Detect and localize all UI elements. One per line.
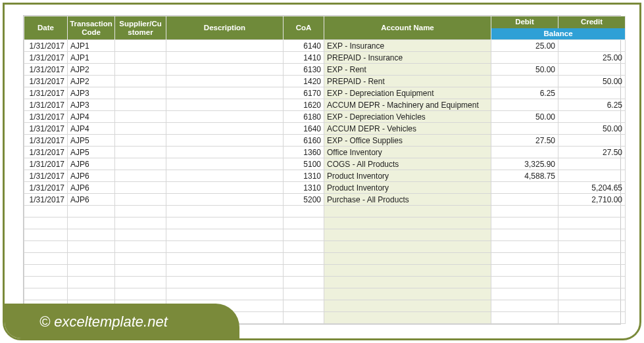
cell-account-name[interactable] bbox=[324, 265, 491, 277]
cell-account-name[interactable]: EXP - Depreciation Equipment bbox=[324, 87, 491, 99]
cell-credit[interactable] bbox=[558, 111, 626, 123]
cell-credit[interactable]: 6.25 bbox=[558, 99, 626, 111]
cell-account-name[interactable] bbox=[324, 217, 491, 229]
cell-description[interactable] bbox=[166, 182, 284, 194]
cell-debit[interactable]: 3,325.90 bbox=[491, 158, 558, 170]
cell-date[interactable]: 1/31/2017 bbox=[24, 40, 68, 52]
cell-transaction-code[interactable]: AJP6 bbox=[68, 170, 115, 182]
cell-transaction-code[interactable]: AJP6 bbox=[68, 194, 115, 206]
cell-date[interactable]: 1/31/2017 bbox=[24, 123, 68, 135]
cell-account-name[interactable] bbox=[324, 229, 491, 241]
cell-coa[interactable]: 1640 bbox=[284, 123, 324, 135]
cell-description[interactable] bbox=[166, 288, 284, 300]
cell-coa[interactable]: 5100 bbox=[284, 158, 324, 170]
cell-coa[interactable]: 1620 bbox=[284, 99, 324, 111]
cell-account-name[interactable]: COGS - All Products bbox=[324, 158, 491, 170]
cell-debit[interactable] bbox=[491, 312, 558, 324]
cell-account-name[interactable] bbox=[324, 253, 491, 265]
header-transaction-code[interactable]: Transaction Code bbox=[68, 16, 115, 40]
cell-transaction-code[interactable]: AJP1 bbox=[68, 40, 115, 52]
cell-description[interactable] bbox=[166, 217, 284, 229]
cell-account-name[interactable] bbox=[324, 277, 491, 288]
cell-credit[interactable] bbox=[558, 312, 626, 324]
cell-coa[interactable] bbox=[284, 217, 324, 229]
cell-credit[interactable] bbox=[558, 170, 626, 182]
cell-credit[interactable] bbox=[558, 64, 626, 76]
cell-date[interactable]: 1/31/2017 bbox=[24, 111, 68, 123]
cell-transaction-code[interactable] bbox=[68, 241, 115, 253]
cell-debit[interactable]: 50.00 bbox=[491, 64, 558, 76]
cell-date[interactable] bbox=[24, 217, 68, 229]
cell-description[interactable] bbox=[166, 87, 284, 99]
cell-transaction-code[interactable]: AJP2 bbox=[68, 76, 115, 87]
cell-credit[interactable]: 50.00 bbox=[558, 123, 626, 135]
cell-coa[interactable]: 6160 bbox=[284, 135, 324, 147]
cell-credit[interactable] bbox=[558, 217, 626, 229]
cell-date[interactable]: 1/31/2017 bbox=[24, 52, 68, 64]
cell-supplier[interactable] bbox=[115, 241, 166, 253]
cell-transaction-code[interactable] bbox=[68, 277, 115, 288]
cell-account-name[interactable]: Purchase - All Products bbox=[324, 194, 491, 206]
header-coa[interactable]: CoA bbox=[284, 16, 324, 40]
cell-account-name[interactable] bbox=[324, 206, 491, 217]
cell-account-name[interactable]: EXP - Rent bbox=[324, 64, 491, 76]
cell-coa[interactable]: 6140 bbox=[284, 40, 324, 52]
cell-coa[interactable] bbox=[284, 241, 324, 253]
cell-coa[interactable]: 5200 bbox=[284, 194, 324, 206]
cell-debit[interactable] bbox=[491, 52, 558, 64]
header-debit[interactable]: Debit bbox=[491, 16, 558, 28]
cell-supplier[interactable] bbox=[115, 206, 166, 217]
cell-debit[interactable] bbox=[491, 300, 558, 312]
cell-transaction-code[interactable] bbox=[68, 288, 115, 300]
cell-debit[interactable] bbox=[491, 217, 558, 229]
cell-transaction-code[interactable] bbox=[68, 206, 115, 217]
cell-description[interactable] bbox=[166, 76, 284, 87]
cell-credit[interactable]: 50.00 bbox=[558, 76, 626, 87]
cell-account-name[interactable] bbox=[324, 312, 491, 324]
cell-date[interactable] bbox=[24, 241, 68, 253]
cell-debit[interactable] bbox=[491, 253, 558, 265]
cell-date[interactable] bbox=[24, 253, 68, 265]
cell-date[interactable]: 1/31/2017 bbox=[24, 182, 68, 194]
cell-supplier[interactable] bbox=[115, 182, 166, 194]
cell-debit[interactable] bbox=[491, 206, 558, 217]
cell-debit[interactable]: 4,588.75 bbox=[491, 170, 558, 182]
cell-credit[interactable] bbox=[558, 87, 626, 99]
header-balance[interactable]: Balance bbox=[491, 28, 626, 40]
cell-account-name[interactable]: PREPAID - Insurance bbox=[324, 52, 491, 64]
cell-coa[interactable] bbox=[284, 300, 324, 312]
cell-transaction-code[interactable]: AJP1 bbox=[68, 52, 115, 64]
cell-credit[interactable] bbox=[558, 135, 626, 147]
cell-coa[interactable]: 1310 bbox=[284, 170, 324, 182]
cell-coa[interactable]: 1420 bbox=[284, 76, 324, 87]
cell-credit[interactable] bbox=[558, 241, 626, 253]
cell-account-name[interactable]: Office Inventory bbox=[324, 147, 491, 158]
cell-transaction-code[interactable]: AJP5 bbox=[68, 147, 115, 158]
cell-date[interactable]: 1/31/2017 bbox=[24, 158, 68, 170]
cell-credit[interactable]: 27.50 bbox=[558, 147, 626, 158]
cell-description[interactable] bbox=[166, 52, 284, 64]
cell-description[interactable] bbox=[166, 253, 284, 265]
cell-debit[interactable] bbox=[491, 277, 558, 288]
cell-supplier[interactable] bbox=[115, 135, 166, 147]
cell-description[interactable] bbox=[166, 277, 284, 288]
cell-account-name[interactable]: EXP - Depreciation Vehicles bbox=[324, 111, 491, 123]
cell-supplier[interactable] bbox=[115, 52, 166, 64]
cell-supplier[interactable] bbox=[115, 147, 166, 158]
cell-description[interactable] bbox=[166, 170, 284, 182]
header-supplier-customer[interactable]: Supplier/Cu stomer bbox=[115, 16, 166, 40]
cell-date[interactable]: 1/31/2017 bbox=[24, 135, 68, 147]
cell-transaction-code[interactable] bbox=[68, 253, 115, 265]
cell-supplier[interactable] bbox=[115, 194, 166, 206]
cell-account-name[interactable]: Product Inventory bbox=[324, 170, 491, 182]
cell-coa[interactable] bbox=[284, 288, 324, 300]
cell-supplier[interactable] bbox=[115, 288, 166, 300]
cell-date[interactable]: 1/31/2017 bbox=[24, 76, 68, 87]
cell-account-name[interactable]: Product Inventory bbox=[324, 182, 491, 194]
cell-account-name[interactable]: ACCUM DEPR - Vehicles bbox=[324, 123, 491, 135]
cell-transaction-code[interactable] bbox=[68, 217, 115, 229]
cell-credit[interactable]: 5,204.65 bbox=[558, 182, 626, 194]
cell-supplier[interactable] bbox=[115, 123, 166, 135]
cell-date[interactable]: 1/31/2017 bbox=[24, 147, 68, 158]
cell-supplier[interactable] bbox=[115, 64, 166, 76]
